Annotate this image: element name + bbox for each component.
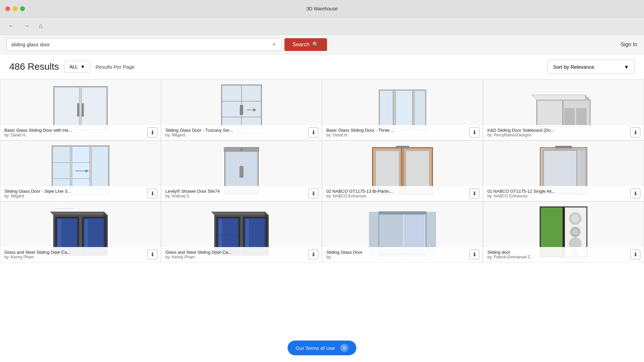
svg-rect-18 [415, 90, 425, 129]
list-item[interactable]: Sliding Glass Door - Tuscany Ser... by: … [161, 79, 322, 140]
back-button[interactable]: ← [5, 21, 17, 31]
item-title: 01 NABCO GT1175-12 Single All... [487, 189, 640, 194]
svg-rect-28 [576, 108, 586, 125]
list-item[interactable]: Basic Glass Sliding Door - Three ... by:… [322, 79, 483, 140]
results-header: 486 Results ALL ▼ Results Per Page Sort … [0, 54, 644, 79]
item-author: by: David H. [4, 133, 157, 137]
download-button[interactable]: ⬇ [147, 127, 157, 137]
list-item[interactable]: Levity® Shower Door 59x74 by: Andrzej S.… [161, 140, 322, 201]
svg-rect-48 [376, 151, 399, 191]
svg-rect-84 [379, 212, 426, 215]
item-info: 02 NABCO GT1175-13 Bi-Partin... by: NABC… [322, 186, 483, 201]
svg-rect-12 [240, 105, 243, 115]
sign-in-button[interactable]: Sign In [621, 42, 637, 48]
list-item[interactable]: Sliding Glass Door by: ⬇ [322, 201, 483, 262]
search-button-label: Search [292, 42, 310, 48]
svg-rect-4 [82, 103, 84, 117]
download-button[interactable]: ⬇ [630, 249, 640, 259]
item-info: Glass and Steel Sliding Door Ca... by: K… [161, 247, 322, 262]
list-item[interactable]: 02 NABCO GT1175-13 Bi-Partin... by: NABC… [322, 140, 483, 201]
svg-rect-43 [239, 166, 244, 178]
item-info: Basic Glass Sliding Door - Three ... by:… [322, 125, 483, 140]
item-title: Basic Glass Sliding Door with Ha... [4, 128, 157, 133]
item-author: by: [326, 255, 479, 259]
item-info: Sliding Glass Door - Tuscany Ser... by: … [161, 125, 322, 140]
download-button[interactable]: ⬇ [308, 188, 318, 198]
forward-button[interactable]: → [21, 21, 32, 31]
results-count: 486 Results [9, 61, 59, 72]
download-button[interactable]: ⬇ [308, 127, 318, 137]
list-item[interactable]: Sliding Glass Door - Style Line S... by:… [0, 140, 161, 201]
svg-rect-66 [85, 219, 88, 251]
svg-rect-17 [396, 90, 413, 129]
list-item[interactable]: K&D Sliding Door Sideboard (Do... by: Pe… [483, 79, 644, 140]
list-item[interactable]: Sliding door by: Patrick-Emmanuel C. ⬇ [483, 201, 644, 262]
item-title: Glass and Steel Sliding Door Ca... [4, 250, 157, 255]
svg-rect-49 [406, 151, 429, 191]
search-dropdown-arrow-icon[interactable]: ▼ [271, 41, 277, 48]
item-title: Sliding Glass Door - Style Line S... [4, 189, 157, 194]
item-info: Basic Glass Sliding Door with Ha... by: … [0, 125, 161, 140]
svg-rect-51 [396, 146, 409, 148]
svg-rect-54 [543, 150, 581, 192]
home-button[interactable]: ⌂ [36, 21, 45, 31]
item-title: Levity® Shower Door 59x74 [165, 189, 318, 194]
item-author: by: David H. [326, 133, 479, 137]
item-info: Sliding Glass Door by: [322, 247, 483, 262]
results-grid: Basic Glass Sliding Door with Ha... by: … [0, 79, 644, 262]
sort-arrow-icon: ▼ [624, 64, 629, 70]
item-title: Sliding Glass Door - Tuscany Ser... [165, 128, 318, 133]
svg-rect-57 [555, 146, 572, 148]
item-title: Glass and Steel Sliding Door Ca... [165, 250, 318, 255]
item-title: Sliding door [487, 250, 640, 255]
svg-point-42 [240, 148, 243, 151]
nav-bar: ← → ⌂ [0, 17, 644, 35]
svg-point-93 [572, 229, 578, 235]
close-button[interactable] [5, 6, 10, 11]
item-info: Levity® Shower Door 59x74 by: Andrzej S. [161, 186, 322, 201]
filter-arrow-icon: ▼ [80, 64, 85, 69]
item-author: by: Patrick-Emmanuel C. [487, 255, 640, 259]
svg-marker-69 [211, 212, 268, 215]
search-button[interactable]: Search 🔍 [284, 38, 327, 51]
svg-rect-65 [58, 219, 61, 251]
download-button[interactable]: ⬇ [630, 127, 640, 137]
search-input[interactable] [11, 42, 271, 47]
maximize-button[interactable] [20, 6, 25, 11]
list-item[interactable]: 01 NABCO GT1175-12 Single All... by: NAB… [483, 140, 644, 201]
window-title: 3D Warehouse [307, 6, 338, 11]
svg-rect-2 [82, 87, 107, 129]
download-button[interactable]: ⬇ [147, 249, 157, 259]
download-button[interactable]: ⬇ [147, 188, 157, 198]
item-info: Sliding door by: Patrick-Emmanuel C. [483, 247, 644, 262]
download-button[interactable]: ⬇ [630, 188, 640, 198]
main-content: 486 Results ALL ▼ Results Per Page Sort … [0, 54, 644, 362]
item-author: by: NABCO Entrances [487, 194, 640, 198]
item-author: by: Milgard [165, 133, 318, 137]
traffic-lights [5, 6, 25, 11]
list-item[interactable]: Glass and Steel Sliding Door Ca... by: K… [0, 201, 161, 262]
download-button[interactable]: ⬇ [469, 127, 479, 137]
svg-rect-55 [579, 150, 585, 192]
download-button[interactable]: ⬇ [469, 249, 479, 259]
terms-label: Our Terms of Use [296, 345, 335, 351]
svg-rect-3 [77, 103, 79, 117]
terms-banner: Our Terms of Use × [287, 341, 356, 355]
minimize-button[interactable] [13, 6, 17, 11]
list-item[interactable]: Glass and Steel Sliding Door Ca... by: K… [161, 201, 322, 262]
svg-rect-16 [380, 90, 393, 129]
sort-dropdown[interactable]: Sort by Relevance ▼ [547, 60, 635, 74]
filter-label: ALL [69, 64, 78, 69]
list-item[interactable]: Basic Glass Sliding Door with Ha... by: … [0, 79, 161, 140]
item-info: Sliding Glass Door - Style Line S... by:… [0, 186, 161, 201]
terms-close-button[interactable]: × [340, 344, 348, 352]
svg-rect-1 [54, 87, 79, 129]
download-button[interactable]: ⬇ [308, 249, 318, 259]
download-button[interactable]: ⬇ [469, 188, 479, 198]
results-per-page-label: Results Per Page [96, 64, 135, 70]
item-author: by: Kenny Pham [4, 255, 157, 259]
item-info: K&D Sliding Door Sideboard (Do... by: Pe… [483, 125, 644, 140]
item-title: Sliding Glass Door [326, 250, 479, 255]
filter-dropdown[interactable]: ALL ▼ [64, 61, 90, 73]
item-author: by: Andrzej S. [165, 194, 318, 198]
